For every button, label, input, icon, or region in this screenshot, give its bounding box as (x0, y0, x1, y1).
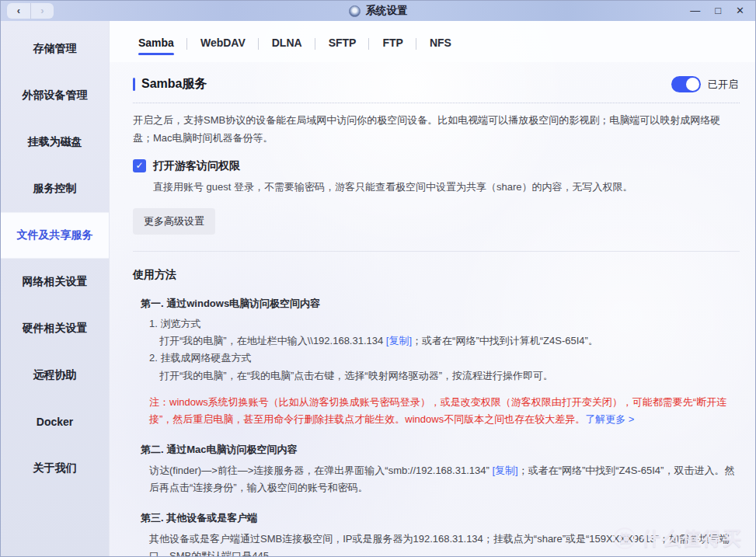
sidebar-item-service-control[interactable]: 服务控制 (1, 165, 109, 212)
checkbox-checked-icon[interactable]: ✓ (133, 159, 146, 172)
tab-dlna[interactable]: DLNA (259, 23, 315, 61)
guest-access-description: 直接用账号 guest 登录，不需要输密码，游客只能查看极空间中设置为共享（sh… (153, 179, 740, 196)
nav-history-group: ‹ › (7, 3, 54, 19)
toggle-knob (686, 78, 699, 91)
minimize-button[interactable]: — (690, 1, 700, 21)
tab-webdav-label: WebDAV (200, 37, 246, 49)
tab-ftp-label: FTP (382, 37, 402, 49)
step2-mac-title: 第二. 通过Mac电脑访问极空间内容 (133, 443, 740, 457)
forward-icon: › (40, 5, 44, 16)
mac-instructions-body: 访达(finder)—>前往—>连接服务器，在弹出界面输入“smb://192.… (149, 462, 740, 496)
sidebar-item-file-sharing-services[interactable]: 文件及共享服务 (1, 212, 109, 259)
maximize-button[interactable]: □ (715, 1, 721, 21)
content-area: Samba WebDAV DLNA SFTP FTP NFS Samba服务 已… (110, 21, 755, 557)
windows-warning-note: 注：windows系统切换账号（比如从游客切换成账号密码登录），或是改变权限（游… (149, 394, 740, 428)
back-button[interactable]: ‹ (7, 3, 30, 19)
tab-sftp[interactable]: SFTP (315, 23, 370, 61)
sidebar-item-network-settings[interactable]: 网络相关设置 (1, 259, 109, 305)
back-icon: ‹ (17, 5, 20, 16)
sidebar-item-hardware-settings[interactable]: 硬件相关设置 (1, 305, 109, 352)
titlebar: ‹ › 系统设置 — □ ✕ (1, 1, 755, 21)
tab-nfs[interactable]: NFS (416, 23, 465, 61)
step3-other-devices-title: 第三. 其他设备或是客户端 (133, 511, 740, 525)
samba-settings-page: Samba服务 已开启 开启之后，支持SMB协议的设备能在局域网中访问你的极空间… (110, 62, 755, 557)
section-divider (133, 251, 740, 252)
samba-description: 开启之后，支持SMB协议的设备能在局域网中访问你的极空间设备。比如电视端可以播放… (133, 112, 740, 148)
mount-drive-method-body: 打开“我的电脑”，在“我的电脑”点击右键，选择“映射网络驱动器”，按流程进行操作… (159, 367, 740, 385)
mac-text-pre: 访达(finder)—>前往—>连接服务器，在弹出界面输入“smb://192.… (149, 465, 492, 476)
tab-ftp[interactable]: FTP (369, 23, 416, 61)
sidebar-item-external-devices[interactable]: 外部设备管理 (1, 72, 109, 119)
browse-method-text-post: ；或者在“网络”中找到计算机“Z4S-65I4”。 (412, 335, 598, 346)
usage-section-title: 使用方法 (133, 268, 740, 282)
guest-access-checkbox-row[interactable]: ✓ 打开游客访问权限 (133, 159, 740, 173)
active-tab-underline (138, 53, 174, 55)
section-accent-bar (133, 78, 135, 91)
copy-smb-url-link[interactable]: [复制] (492, 465, 517, 476)
tab-samba-label: Samba (138, 37, 174, 49)
forward-button[interactable]: › (30, 3, 54, 19)
sidebar-item-remote-assistance[interactable]: 远程协助 (1, 352, 109, 399)
mount-drive-method-title: 2. 挂载成网络硬盘方式 (149, 350, 740, 367)
close-button[interactable]: ✕ (736, 1, 744, 21)
tab-nfs-label: NFS (430, 37, 451, 49)
window-controls: — □ ✕ (690, 1, 744, 21)
tab-sftp-label: SFTP (329, 37, 357, 49)
tab-dlna-label: DLNA (272, 37, 302, 49)
samba-toggle-state-label: 已开启 (708, 78, 738, 92)
guest-access-label: 打开游客访问权限 (153, 159, 240, 173)
step1-windows-title: 第一. 通过windows电脑访问极空间内容 (133, 297, 740, 311)
settings-gear-icon (349, 5, 361, 17)
advanced-settings-button[interactable]: 更多高级设置 (133, 208, 215, 235)
sidebar-item-docker[interactable]: Docker (1, 399, 109, 445)
main-layout: 存储管理 外部设备管理 挂载为磁盘 服务控制 文件及共享服务 网络相关设置 硬件… (1, 21, 755, 557)
browse-method-title: 1. 浏览方式 (149, 315, 740, 332)
learn-more-link[interactable]: 了解更多 > (585, 413, 634, 425)
sidebar-item-storage[interactable]: 存储管理 (1, 26, 109, 72)
tab-webdav[interactable]: WebDAV (187, 23, 259, 61)
window-title: 系统设置 (366, 4, 408, 18)
protocol-tabbar: Samba WebDAV DLNA SFTP FTP NFS (110, 21, 755, 62)
copy-smb-address-link[interactable]: [复制] (386, 335, 412, 346)
windows-instructions-list: 1. 浏览方式 打开“我的电脑”，在地址栏中输入\\192.168.31.134… (149, 315, 740, 384)
samba-service-header: Samba服务 已开启 (133, 70, 740, 103)
sidebar-item-mount-as-disk[interactable]: 挂载为磁盘 (1, 119, 109, 165)
browse-method-body: 打开“我的电脑”，在地址栏中输入\\192.168.31.134 [复制]；或者… (159, 332, 740, 350)
windows-warning-text: 注：windows系统切换账号（比如从游客切换成账号密码登录），或是改变权限（游… (149, 396, 726, 425)
samba-toggle-group: 已开启 (671, 76, 738, 92)
sidebar: 存储管理 外部设备管理 挂载为磁盘 服务控制 文件及共享服务 网络相关设置 硬件… (1, 21, 110, 557)
tab-samba[interactable]: Samba (125, 23, 187, 61)
samba-enabled-toggle[interactable] (671, 76, 701, 92)
window-title-area: 系统设置 (1, 1, 755, 21)
sidebar-item-about-us[interactable]: 关于我们 (1, 445, 109, 492)
browse-method-text-pre: 打开“我的电脑”，在地址栏中输入\\192.168.31.134 (159, 335, 386, 346)
system-settings-window: ‹ › 系统设置 — □ ✕ 存储管理 外部设备管理 挂载为磁盘 服务控制 文件… (0, 0, 756, 557)
other-devices-body: 其他设备或是客户端通过SMB连接极空间，IP或是服务器为192.168.31.1… (149, 531, 740, 557)
samba-service-title: Samba服务 (141, 76, 207, 92)
